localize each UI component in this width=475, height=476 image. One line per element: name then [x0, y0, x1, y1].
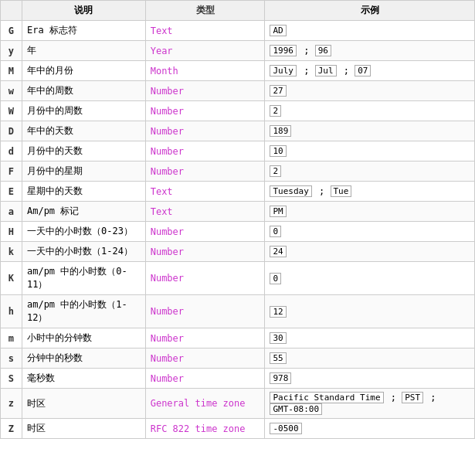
row-type: Number: [145, 222, 265, 242]
example-tag: Tue: [331, 185, 352, 197]
example-tag: Pacific Standard Time: [270, 392, 383, 403]
row-type: Text: [145, 202, 265, 222]
table-row: aAm/pm 标记TextPM: [1, 202, 475, 222]
table-row: m小时中的分钟数Number30: [1, 328, 475, 348]
row-type: Text: [145, 182, 265, 202]
row-letter: E: [1, 182, 22, 202]
row-letter: m: [1, 328, 22, 348]
row-letter: D: [1, 121, 22, 141]
row-desc: 年中的周数: [22, 81, 145, 101]
row-type: Text: [145, 21, 265, 41]
row-desc: 年中的天数: [22, 121, 145, 141]
row-letter: S: [1, 369, 22, 389]
table-row: w年中的周数Number27: [1, 81, 475, 101]
header-desc: 说明: [22, 1, 145, 21]
row-desc: 分钟中的秒数: [22, 348, 145, 369]
row-desc: am/pm 中的小时数（0-11）: [22, 262, 145, 295]
row-type: Number: [145, 101, 265, 121]
example-tag: PM: [270, 206, 286, 217]
table-row: GEra 标志符TextAD: [1, 21, 475, 41]
row-type: Number: [145, 369, 265, 389]
row-desc: 星期中的天数: [22, 182, 145, 202]
example-tag: PST: [402, 392, 423, 403]
row-type: Number: [145, 262, 265, 295]
row-example: 189: [265, 121, 475, 141]
table-row: d月份中的天数Number10: [1, 141, 475, 162]
table-body: GEra 标志符TextADy年Year1996 ; 96M年中的月份Month…: [1, 21, 475, 439]
example-tag: 2: [270, 165, 281, 177]
row-example: 0: [265, 262, 475, 295]
row-desc: 月份中的周数: [22, 101, 145, 121]
row-letter: z: [1, 389, 22, 419]
table-row: k一天中的小时数（1-24）Number24: [1, 242, 475, 262]
header-type: 类型: [145, 1, 265, 21]
table-row: Z时区RFC 822 time zone-0500: [1, 419, 475, 439]
table-row: Kam/pm 中的小时数（0-11）Number0: [1, 262, 475, 295]
row-type: Number: [145, 328, 265, 348]
table-row: s分钟中的秒数Number55: [1, 348, 475, 369]
row-example: AD: [265, 21, 475, 41]
table-row: W月份中的周数Number2: [1, 101, 475, 121]
row-type: Number: [145, 121, 265, 141]
example-tag: Jul: [315, 65, 337, 76]
example-tag: 2: [270, 105, 281, 117]
row-example: 12: [265, 295, 475, 328]
row-letter: w: [1, 81, 22, 101]
row-desc: 小时中的分钟数: [22, 328, 145, 348]
row-example: Pacific Standard Time ; PST ; GMT-08:00: [265, 389, 475, 419]
row-example: -0500: [265, 419, 475, 439]
table-row: M年中的月份MonthJuly ; Jul ; 07: [1, 61, 475, 81]
row-type: Number: [145, 162, 265, 182]
example-tag: 0: [270, 273, 281, 284]
example-tag: 30: [270, 332, 286, 344]
example-tag: 55: [270, 352, 286, 364]
table-row: H一天中的小时数（0-23）Number0: [1, 222, 475, 242]
row-example: 24: [265, 242, 475, 262]
row-letter: y: [1, 41, 22, 61]
row-desc: 时区: [22, 419, 145, 439]
row-desc: Era 标志符: [22, 21, 145, 41]
row-desc: am/pm 中的小时数（1-12）: [22, 295, 145, 328]
row-example: 55: [265, 348, 475, 369]
row-letter: F: [1, 162, 22, 182]
date-format-table: 说明 类型 示例 GEra 标志符TextADy年Year1996 ; 96M年…: [0, 0, 475, 439]
table-row: ham/pm 中的小时数（1-12）Number12: [1, 295, 475, 328]
example-tag: 189: [270, 125, 291, 137]
example-tag: GMT-08:00: [270, 403, 322, 415]
table-row: F月份中的星期Number2: [1, 162, 475, 182]
row-example: 30: [265, 328, 475, 348]
example-tag: 27: [270, 85, 286, 97]
row-desc: 时区: [22, 389, 145, 419]
table-row: z时区General time zonePacific Standard Tim…: [1, 389, 475, 419]
row-letter: M: [1, 61, 22, 81]
row-letter: H: [1, 222, 22, 242]
example-tag: 24: [270, 246, 286, 257]
row-example: 0: [265, 222, 475, 242]
example-tag: 12: [270, 306, 286, 318]
row-desc: 一天中的小时数（0-23）: [22, 222, 145, 242]
row-example: 1996 ; 96: [265, 41, 475, 61]
row-example: PM: [265, 202, 475, 222]
example-tag: 0: [270, 226, 281, 237]
row-desc: 年中的月份: [22, 61, 145, 81]
row-type: Month: [145, 61, 265, 81]
row-letter: h: [1, 295, 22, 328]
row-type: Number: [145, 348, 265, 369]
header-letter: [1, 1, 22, 21]
example-tag: 978: [270, 372, 291, 384]
row-example: Tuesday ; Tue: [265, 182, 475, 202]
table-row: E星期中的天数TextTuesday ; Tue: [1, 182, 475, 202]
row-type: Number: [145, 141, 265, 162]
row-desc: 月份中的天数: [22, 141, 145, 162]
header-example: 示例: [265, 1, 475, 21]
row-letter: Z: [1, 419, 22, 439]
row-letter: K: [1, 262, 22, 295]
example-tag: -0500: [270, 423, 301, 434]
row-example: 978: [265, 369, 475, 389]
example-tag: 07: [355, 65, 371, 76]
example-tag: 10: [270, 145, 286, 157]
table-row: D年中的天数Number189: [1, 121, 475, 141]
row-desc: 一天中的小时数（1-24）: [22, 242, 145, 262]
row-letter: k: [1, 242, 22, 262]
row-desc: 毫秒数: [22, 369, 145, 389]
